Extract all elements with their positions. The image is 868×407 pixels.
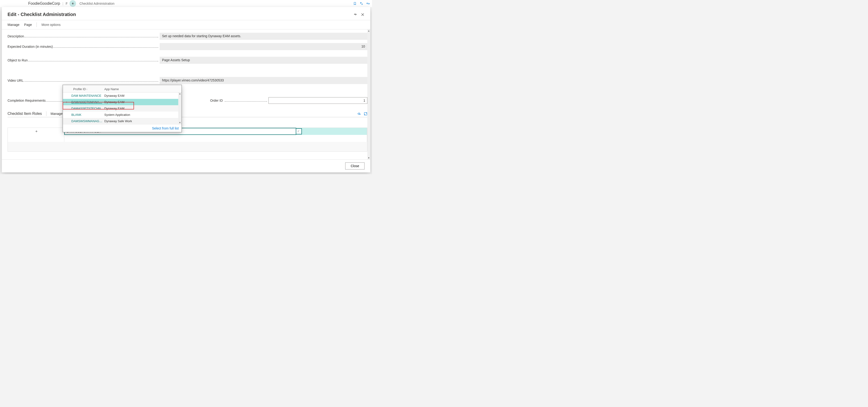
- popout-icon[interactable]: [360, 2, 363, 5]
- list-item[interactable]: DAMASSETSTECHNI… Dynaway EAM: [63, 105, 182, 112]
- edit-modal: Edit - Checklist Administration Manage P…: [2, 7, 370, 172]
- maximize-section-icon[interactable]: [364, 112, 367, 116]
- dots: [25, 35, 158, 37]
- back-button[interactable]: [69, 0, 76, 7]
- app-name-text: Dynaway EAM: [104, 100, 124, 104]
- column-app-name[interactable]: App Name: [104, 87, 119, 91]
- profile-id-link[interactable]: DAMASSETSTECHNI…: [71, 106, 104, 110]
- value-description[interactable]: Set up needed data for starting Dynaway …: [160, 33, 367, 40]
- label-order-id: Order ID: [210, 99, 223, 102]
- app-name-text: Dynaway EAM: [104, 106, 124, 110]
- toolbar-more-options[interactable]: More options: [41, 23, 61, 27]
- company-name: FoodieGoodieCorp: [2, 1, 60, 6]
- lookup-icon[interactable]: [296, 128, 302, 134]
- label-completion: Completion Requirements: [7, 99, 46, 102]
- select-from-full-list-link[interactable]: Select from full list: [152, 126, 179, 130]
- roles-grid: [7, 128, 367, 152]
- table-row: [8, 135, 367, 142]
- field-duration: Expected Duration (in minutes) 10: [7, 43, 367, 50]
- dropdown-body: DAM MAINTENANCE Dynaway EAM DAMASSETSMAN…: [63, 93, 182, 124]
- profile-id-link[interactable]: BLANK: [71, 113, 104, 117]
- scroll-down-icon[interactable]: ▼: [367, 157, 370, 159]
- value-video[interactable]: https://player.vimeo.com/video/472530533: [160, 77, 367, 84]
- divider: [36, 22, 37, 27]
- value-object[interactable]: Page Assets Setup: [160, 57, 367, 64]
- row-selector[interactable]: [8, 128, 64, 135]
- modal-header: Edit - Checklist Administration: [2, 7, 370, 20]
- app-name-text: Dynaway Safe Work: [104, 119, 132, 123]
- row-selector[interactable]: [8, 135, 64, 142]
- body-scrollbar[interactable]: ▲ ▼: [367, 29, 370, 159]
- modal-footer: Close: [2, 159, 370, 172]
- list-item[interactable]: DAM MAINTENANCE Dynaway EAM: [63, 93, 182, 99]
- modal-toolbar: Manage Page More options: [2, 20, 370, 29]
- dots: [24, 80, 158, 82]
- field-video-url: Video URL https://player.vimeo.com/video…: [7, 77, 367, 84]
- column-profile-id[interactable]: Profile ID↑: [73, 87, 104, 91]
- arrow-right-icon: [34, 130, 38, 133]
- dropdown-header: Profile ID↑ App Name: [63, 85, 182, 93]
- close-button[interactable]: Close: [345, 162, 365, 169]
- label-object: Object to Run: [7, 58, 28, 62]
- toolbar-manage[interactable]: Manage: [7, 23, 20, 27]
- section-title: Checklist Item Roles: [7, 112, 42, 116]
- completion-order-row: Completion Requirements Order ID: [7, 97, 367, 104]
- profile-lookup-dropdown: Profile ID↑ App Name DAM MAINTENANCE Dyn…: [63, 85, 182, 132]
- app-background-bar: FoodieGoodieCorp | F Checklist Administr…: [0, 0, 372, 7]
- expand-icon[interactable]: [366, 2, 370, 5]
- app-name-text: Dynaway EAM: [104, 94, 124, 97]
- dropdown-scrollbar[interactable]: ▲ ▼: [178, 93, 182, 124]
- bg-action-icons: [353, 2, 370, 5]
- table-row: [8, 128, 367, 135]
- label-video: Video URL: [7, 79, 23, 83]
- dots: [225, 100, 267, 102]
- arrow-right-icon: [65, 101, 68, 103]
- dots: [28, 59, 158, 61]
- value-duration[interactable]: 10: [160, 43, 367, 50]
- sort-asc-icon: ↑: [86, 88, 87, 91]
- modal-body: Description Set up needed data for start…: [2, 29, 370, 159]
- collapse-icon[interactable]: [354, 13, 357, 17]
- divider: |: [62, 2, 63, 5]
- toolbar-page[interactable]: Page: [24, 23, 32, 27]
- page-breadcrumb: Checklist Administration: [80, 2, 115, 5]
- field-object-to-run: Object to Run Page Assets Setup: [7, 57, 367, 64]
- divider: [46, 111, 46, 116]
- list-item[interactable]: DAMSWSWMANAG… Dynaway Safe Work: [63, 118, 182, 124]
- order-id-input[interactable]: [269, 97, 367, 104]
- company-letter: F: [66, 2, 68, 5]
- dropdown-footer: Select from full list: [63, 124, 182, 132]
- label-duration: Expected Duration (in minutes): [7, 45, 53, 49]
- scroll-up-icon[interactable]: ▲: [367, 29, 370, 32]
- modal-title: Edit - Checklist Administration: [7, 12, 76, 17]
- field-description: Description Set up needed data for start…: [7, 33, 367, 40]
- app-name-text: System Application: [104, 113, 130, 117]
- profile-id-link[interactable]: DAMASSETSMANA…: [71, 100, 104, 104]
- arrow-left-icon: [71, 2, 74, 5]
- profile-id-link[interactable]: DAM MAINTENANCE: [71, 94, 104, 97]
- section-manage[interactable]: Manage: [51, 112, 63, 116]
- dots: [53, 46, 158, 48]
- section-checklist-item-roles: Checklist Item Roles Manage: [7, 111, 367, 117]
- close-icon[interactable]: [361, 13, 365, 17]
- scroll-down-icon[interactable]: ▼: [178, 122, 182, 124]
- grid-padding: [8, 142, 367, 151]
- list-item[interactable]: DAMASSETSMANA… Dynaway EAM: [63, 99, 182, 105]
- profile-id-link[interactable]: DAMSWSWMANAG…: [71, 119, 104, 123]
- scroll-up-icon[interactable]: ▲: [178, 93, 182, 95]
- list-item[interactable]: BLANK System Application: [63, 112, 182, 118]
- bookmark-icon[interactable]: [353, 2, 356, 5]
- share-icon[interactable]: [357, 112, 361, 116]
- empty-cell[interactable]: [64, 135, 367, 142]
- label-description: Description: [7, 34, 24, 38]
